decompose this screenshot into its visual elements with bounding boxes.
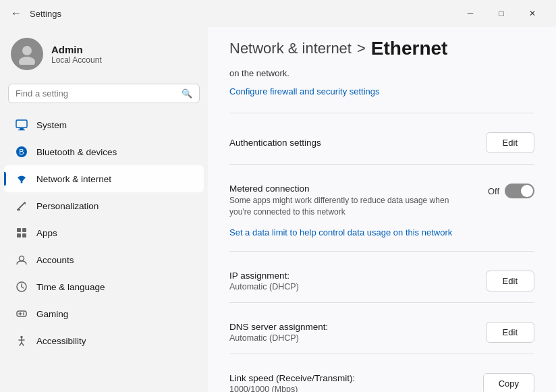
divider-4 (229, 302, 534, 303)
ip-assignment-row: IP assignment: Automatic (DHCP) Edit (229, 262, 534, 300)
svg-point-21 (23, 312, 24, 314)
search-input[interactable] (16, 88, 176, 99)
link-speed-label: Link speed (Receive/Transmit): (229, 373, 483, 383)
dns-assignment-value: Automatic (DHCP) (229, 333, 486, 343)
link-speed-value: 1000/1000 (Mbps) (229, 385, 483, 392)
search-box[interactable]: 🔍 (8, 84, 200, 103)
metered-toggle-container: Off (488, 184, 534, 198)
dns-label-group: DNS server assignment: Automatic (DHCP) (229, 322, 486, 343)
back-button[interactable]: ← (8, 5, 24, 22)
divider-3 (229, 251, 534, 252)
ip-assignment-label: IP assignment: (229, 271, 486, 281)
nav-label-system: System (36, 120, 67, 130)
dns-assignment-row: DNS server assignment: Automatic (DHCP) … (229, 314, 534, 351)
ip-label-group: IP assignment: Automatic (DHCP) (229, 271, 486, 291)
network-icon (15, 172, 28, 186)
dns-assignment-label: DNS server assignment: (229, 322, 486, 332)
content-body: on the network. Configure firewall and s… (208, 67, 556, 392)
nav-label-bluetooth: Bluetooth & devices (36, 147, 117, 157)
metered-label-group: Metered connection Some apps might work … (229, 184, 488, 218)
auth-settings-label: Authentication settings (229, 138, 321, 148)
accounts-icon (15, 253, 28, 267)
main-layout: Admin Local Account 🔍 System B Bluetooth… (0, 27, 556, 392)
divider-1 (229, 113, 534, 113)
time-icon (15, 280, 28, 293)
sidebar: Admin Local Account 🔍 System B Bluetooth… (0, 27, 208, 392)
data-limit-link[interactable]: Set a data limit to help control data us… (229, 227, 452, 237)
nav-item-time[interactable]: Time & language (4, 273, 204, 300)
svg-point-1 (19, 57, 35, 65)
svg-rect-2 (16, 120, 27, 128)
nav-item-accounts[interactable]: Accounts (4, 246, 204, 273)
gaming-icon (15, 307, 28, 320)
bluetooth-icon: B (15, 145, 28, 159)
svg-rect-4 (18, 130, 25, 130)
apps-icon (15, 226, 28, 240)
nav-item-system[interactable]: System (4, 111, 204, 138)
nav-item-accessibility[interactable]: Accessibility (4, 327, 204, 354)
svg-rect-9 (17, 209, 20, 211)
svg-rect-13 (22, 233, 26, 237)
link-speed-row: Link speed (Receive/Transmit): 1000/1000… (229, 365, 534, 392)
svg-line-8 (18, 202, 25, 210)
divider-2 (229, 164, 534, 165)
svg-rect-3 (20, 128, 24, 130)
nav-label-gaming: Gaming (36, 309, 68, 319)
metered-label: Metered connection (229, 184, 488, 194)
breadcrumb-parent: Network & internet (229, 40, 352, 57)
user-info: Admin Local Account (51, 44, 102, 65)
svg-point-0 (22, 46, 32, 55)
close-button[interactable]: ✕ (517, 3, 548, 24)
nav-label-network: Network & internet (36, 174, 111, 184)
firewall-link[interactable]: Configure firewall and security settings (229, 86, 380, 96)
svg-line-17 (22, 287, 24, 288)
accessibility-icon (15, 334, 28, 347)
nav-item-personalization[interactable]: Personalization (4, 192, 204, 219)
minimize-button[interactable]: ─ (455, 3, 486, 24)
svg-line-27 (22, 343, 24, 345)
user-name: Admin (51, 44, 102, 55)
link-speed-copy-button[interactable]: Copy (483, 373, 534, 392)
auth-edit-button[interactable]: Edit (486, 132, 534, 153)
system-icon (15, 118, 28, 132)
nav-item-network[interactable]: Network & internet (4, 165, 204, 192)
svg-rect-10 (17, 228, 21, 232)
svg-point-22 (23, 314, 24, 316)
dns-edit-button[interactable]: Edit (486, 322, 534, 343)
breadcrumb-separator: > (357, 40, 366, 57)
nav-item-gaming[interactable]: Gaming (4, 300, 204, 327)
link-speed-label-group: Link speed (Receive/Transmit): 1000/1000… (229, 373, 483, 392)
nav-label-personalization: Personalization (36, 201, 99, 211)
nav-item-apps[interactable]: Apps (4, 219, 204, 246)
metered-toggle[interactable] (505, 184, 534, 198)
title-bar: ← Settings ─ □ ✕ (0, 0, 556, 27)
nav-label-accounts: Accounts (36, 255, 74, 265)
svg-rect-12 (17, 233, 21, 237)
divider-5 (229, 354, 534, 354)
page-header: Network & internet > Ethernet (208, 27, 556, 67)
svg-rect-11 (22, 228, 26, 232)
search-icon: 🔍 (182, 88, 192, 99)
toggle-thumb (521, 185, 533, 197)
breadcrumb-current: Ethernet (371, 38, 448, 59)
ip-edit-button[interactable]: Edit (486, 271, 534, 291)
user-profile: Admin Local Account (0, 27, 208, 84)
svg-point-7 (21, 181, 23, 184)
nav-item-bluetooth[interactable]: B Bluetooth & devices (4, 138, 204, 165)
metered-toggle-label: Off (488, 186, 499, 196)
app-title: Settings (30, 9, 61, 19)
nav-label-apps: Apps (36, 228, 57, 238)
window-controls: ─ □ ✕ (455, 3, 548, 24)
metered-sublabel: Some apps might work differently to redu… (229, 195, 472, 218)
nav-label-accessibility: Accessibility (36, 336, 86, 346)
user-account-type: Local Account (51, 55, 102, 65)
avatar (11, 38, 43, 70)
metered-connection-row: Metered connection Some apps might work … (229, 175, 534, 226)
ip-assignment-value: Automatic (DHCP) (229, 282, 486, 291)
maximize-button[interactable]: □ (486, 3, 517, 24)
nav-label-time: Time & language (36, 282, 105, 292)
content-area: Network & internet > Ethernet on the net… (208, 27, 556, 392)
personalization-icon (15, 199, 28, 213)
svg-point-14 (20, 256, 24, 261)
svg-text:B: B (19, 148, 24, 156)
